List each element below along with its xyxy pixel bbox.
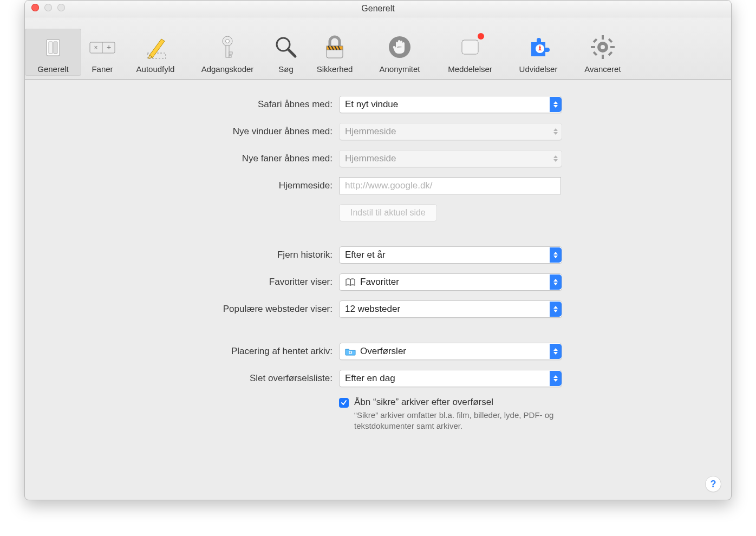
svg-rect-14 — [229, 55, 231, 57]
remove-history-value: Efter et år — [345, 250, 550, 260]
new-tabs-popup: Hjemmeside — [339, 150, 562, 167]
new-windows-value: Hjemmeside — [345, 126, 550, 137]
row-safe-open: Åbn “sikre” arkiver efter overførsel — [339, 397, 583, 408]
tab-security[interactable]: Sikkerhed — [304, 29, 365, 76]
notification-badge — [478, 33, 484, 40]
safe-open-label: Åbn “sikre” arkiver efter overførsel — [354, 397, 493, 408]
tab-security-label: Sikkerhed — [317, 64, 353, 74]
popup-arrows-icon — [550, 371, 562, 386]
row-favorites: Favoritter viser: Favoritter — [25, 273, 731, 291]
general-pane: Safari åbnes med: Et nyt vindue Nye vind… — [25, 80, 731, 432]
tab-search[interactable]: Søg — [268, 29, 304, 76]
svg-marker-8 — [149, 39, 165, 57]
tab-notifications[interactable]: Meddelelser — [434, 29, 506, 76]
titlebar: Generelt — [25, 1, 731, 17]
svg-rect-13 — [229, 52, 232, 54]
popup-arrows-icon — [550, 274, 562, 290]
tab-privacy[interactable]: Anonymitet — [365, 29, 434, 76]
help-label: ? — [711, 479, 716, 490]
row-new-windows: Nye vinduer åbnes med: Hjemmeside — [25, 123, 731, 140]
popup-arrows-icon — [550, 302, 562, 317]
svg-rect-2 — [54, 42, 57, 54]
switch-icon — [38, 32, 68, 62]
tab-notifications-label: Meddelelser — [448, 64, 492, 74]
new-windows-label: Nye vinduer åbnes med: — [25, 126, 339, 137]
tab-autofill-label: Autoudfyld — [136, 64, 175, 74]
popup-arrows-icon — [550, 247, 562, 263]
clear-dl-value: Efter en dag — [345, 373, 550, 384]
svg-text:+: + — [107, 43, 111, 51]
svg-text:×: × — [94, 44, 97, 51]
tabs-icon: × + — [87, 32, 118, 62]
tab-passwords[interactable]: Adgangskoder — [187, 29, 268, 76]
search-icon — [271, 32, 301, 62]
tab-general-label: Generelt — [37, 64, 69, 74]
favorites-popup[interactable]: Favoritter — [339, 273, 562, 291]
gear-icon — [588, 32, 618, 62]
svg-rect-33 — [593, 38, 597, 43]
puzzle-icon — [523, 32, 553, 62]
popup-arrows-icon — [550, 97, 562, 112]
svg-rect-35 — [593, 51, 597, 56]
tab-autofill[interactable]: Autoudfyld — [123, 29, 187, 76]
row-homepage: Hjemmeside: — [25, 177, 731, 194]
new-tabs-label: Nye faner åbnes med: — [25, 153, 339, 164]
svg-rect-31 — [591, 46, 595, 48]
set-current-page-label: Indstil til aktuel side — [350, 208, 426, 218]
svg-rect-25 — [462, 40, 478, 54]
safe-open-checkbox[interactable] — [339, 398, 349, 408]
new-windows-popup: Hjemmeside — [339, 123, 562, 140]
hand-icon — [384, 32, 415, 62]
svg-point-11 — [226, 40, 230, 43]
favorites-label: Favoritter viser: — [25, 277, 339, 287]
download-loc-popup[interactable]: Overførsler — [339, 343, 562, 360]
book-icon — [345, 278, 356, 286]
tab-tabs[interactable]: × + Faner — [81, 29, 123, 76]
row-clear-downloads: Slet overførselsliste: Efter en dag — [25, 370, 731, 387]
folder-icon — [345, 347, 356, 356]
tab-extensions[interactable]: Udvidelser — [506, 29, 571, 76]
pencil-icon — [140, 32, 171, 62]
favorites-value: Favoritter — [360, 277, 399, 287]
set-current-page-button[interactable]: Indstil til aktuel side — [339, 204, 437, 221]
homepage-label: Hjemmeside: — [25, 180, 339, 191]
help-button[interactable]: ? — [705, 476, 721, 492]
row-new-tabs: Nye faner åbnes med: Hjemmeside — [25, 150, 731, 167]
popular-value: 12 websteder — [345, 304, 550, 315]
popup-arrows-icon — [550, 151, 562, 166]
row-remove-history: Fjern historik: Efter et år — [25, 246, 731, 264]
popup-arrows-icon — [550, 344, 562, 359]
notification-icon — [455, 32, 485, 62]
svg-point-24 — [389, 36, 410, 58]
clear-dl-popup[interactable]: Efter en dag — [339, 370, 562, 387]
toolbar: Generelt × + Faner Autoudfy — [25, 17, 731, 80]
homepage-input[interactable] — [339, 177, 561, 194]
window-title: Generelt — [25, 1, 731, 17]
popular-label: Populære websteder viser: — [25, 304, 339, 315]
tab-passwords-label: Adgangskoder — [201, 64, 254, 74]
open-with-popup[interactable]: Et nyt vindue — [339, 96, 562, 113]
row-download-location: Placering af hentet arkiv: Overførsler — [25, 343, 731, 360]
remove-history-popup[interactable]: Efter et år — [339, 246, 562, 264]
svg-rect-1 — [49, 42, 53, 54]
tab-tabs-label: Faner — [92, 64, 113, 74]
svg-rect-30 — [602, 55, 604, 59]
row-popular: Populære websteder viser: 12 websteder — [25, 300, 731, 318]
svg-rect-32 — [610, 46, 615, 48]
new-tabs-value: Hjemmeside — [345, 153, 550, 164]
preferences-window: Generelt Generelt × + — [24, 0, 732, 500]
svg-rect-34 — [608, 38, 612, 43]
tab-extensions-label: Udvidelser — [519, 64, 558, 74]
tab-advanced[interactable]: Avanceret — [571, 29, 635, 76]
tab-general[interactable]: Generelt — [25, 29, 81, 76]
tab-search-label: Søg — [278, 64, 294, 74]
safe-open-hint: “Sikre” arkiver omfatter bl.a. film, bil… — [354, 410, 592, 432]
tab-privacy-label: Anonymitet — [379, 64, 420, 74]
row-set-current: Indstil til aktuel side — [25, 204, 731, 221]
download-loc-value: Overførsler — [360, 346, 406, 357]
svg-rect-12 — [226, 45, 229, 57]
key-icon — [212, 32, 243, 62]
clear-dl-label: Slet overførselsliste: — [25, 373, 339, 384]
popular-popup[interactable]: 12 websteder — [339, 300, 562, 318]
row-open-with: Safari åbnes med: Et nyt vindue — [25, 96, 731, 113]
